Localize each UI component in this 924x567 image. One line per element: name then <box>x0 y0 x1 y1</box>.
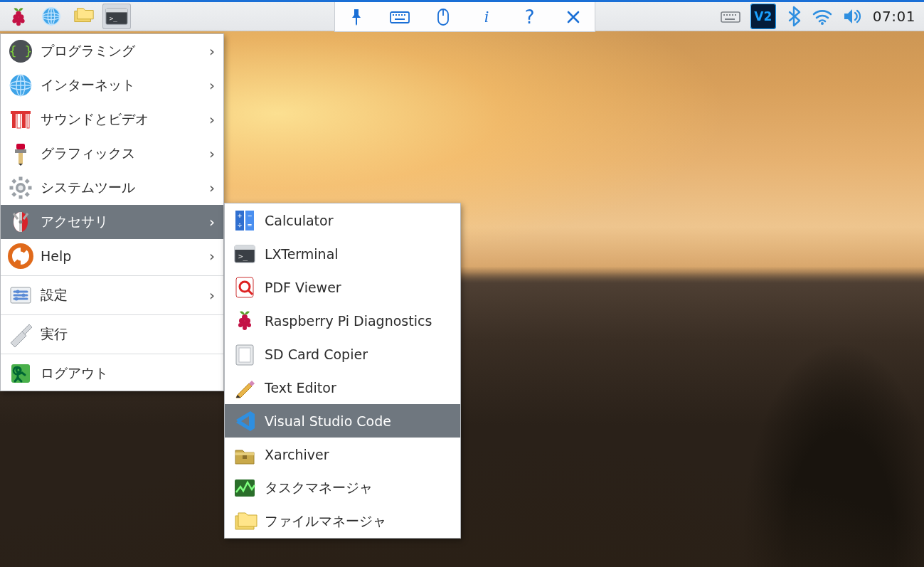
submenu-item-xarchiver[interactable]: Xarchiver <box>225 438 460 471</box>
svg-rect-26 <box>395 14 397 16</box>
menu-item-help[interactable]: Help <box>1 239 223 273</box>
svg-point-91 <box>243 326 247 330</box>
submenu-item-label: LXTerminal <box>265 246 339 262</box>
submenu-item-label: Visual Studio Code <box>265 413 391 429</box>
svg-rect-94 <box>235 452 254 455</box>
terminal-launcher[interactable]: >_ <box>102 4 131 29</box>
svg-text:−: − <box>248 212 252 220</box>
svg-point-70 <box>15 297 18 301</box>
svg-point-61 <box>19 221 23 224</box>
run-icon <box>6 320 35 349</box>
graphics-icon <box>6 139 35 168</box>
vscode-icon <box>230 407 259 435</box>
submenu-item-label: タスクマネージャ <box>265 479 373 497</box>
submenu-item-taskmgr[interactable]: タスクマネージャ <box>225 471 460 504</box>
systemtools-icon <box>6 174 35 202</box>
svg-rect-22 <box>725 18 735 20</box>
svg-rect-53 <box>10 186 14 190</box>
submenu-item-lxterminal[interactable]: >_LXTerminal <box>225 237 460 270</box>
menu-item-soundvideo[interactable]: サウンドとビデオ <box>1 102 223 137</box>
svg-rect-27 <box>398 14 400 16</box>
taskmgr-icon <box>230 474 259 502</box>
vnc-keyboard-button[interactable] <box>386 3 414 31</box>
svg-rect-25 <box>393 14 394 16</box>
filemgr-icon <box>230 507 259 536</box>
svg-rect-51 <box>19 196 23 199</box>
taskbar-clock[interactable]: 07:01 <box>873 8 915 25</box>
submenu-item-rpidiag[interactable]: Raspberry Pi Diagnostics <box>225 304 460 337</box>
wifi-tray-icon[interactable] <box>812 8 833 25</box>
bluetooth-tray-icon[interactable] <box>786 6 802 27</box>
menu-item-label: アクセサリ <box>41 213 108 231</box>
vnc-close-button[interactable] <box>559 3 588 31</box>
menu-item-internet[interactable]: インターネット <box>1 68 223 102</box>
browser-launcher[interactable] <box>37 4 65 29</box>
svg-rect-41 <box>17 112 21 128</box>
vnc-pin-button[interactable] <box>342 3 371 31</box>
sdcopier-icon <box>230 340 259 369</box>
rpidiag-icon <box>230 307 259 335</box>
vnc-mouse-button[interactable] <box>429 3 457 31</box>
menu-separator <box>1 354 223 354</box>
menu-separator <box>1 275 223 276</box>
volume-tray-icon[interactable] <box>843 8 863 25</box>
svg-point-68 <box>16 290 20 294</box>
pin-icon <box>349 9 363 26</box>
svg-rect-19 <box>729 14 731 16</box>
svg-point-69 <box>22 294 26 297</box>
vnc-info-button[interactable]: i <box>472 3 501 31</box>
vnc-tray-icon[interactable]: V2 <box>750 4 776 29</box>
menu-item-label: サウンドとビデオ <box>41 110 149 129</box>
svg-point-2 <box>16 11 21 17</box>
menu-item-label: ログアウト <box>41 364 108 383</box>
menu-item-label: グラフィックス <box>41 144 135 163</box>
menu-item-run[interactable]: 実行 <box>1 317 223 351</box>
menu-item-programming[interactable]: { }プログラミング <box>1 34 223 68</box>
keyboard-tray-icon[interactable] <box>721 9 740 23</box>
menu-item-preferences[interactable]: 設定 <box>1 278 223 312</box>
svg-rect-18 <box>726 14 728 16</box>
svg-rect-16 <box>721 12 740 22</box>
submenu-item-label: PDF Viewer <box>265 280 341 295</box>
menu-item-logout[interactable]: ログアウト <box>1 356 223 391</box>
submenu-item-label: Text Editor <box>265 380 336 396</box>
svg-point-6 <box>16 21 21 26</box>
submenu-item-label: SD Card Copier <box>265 346 368 362</box>
start-menu-button[interactable] <box>4 4 33 29</box>
soundvideo-icon <box>6 105 35 134</box>
svg-point-23 <box>821 22 824 25</box>
mouse-icon <box>437 8 450 26</box>
svg-rect-93 <box>239 348 250 362</box>
submenu-item-texteditor[interactable]: Text Editor <box>225 371 460 404</box>
svg-point-90 <box>247 323 251 327</box>
svg-rect-46 <box>15 149 26 153</box>
accessories-submenu: +−÷=Calculator>_LXTerminalPDF ViewerRasp… <box>224 203 461 539</box>
svg-rect-45 <box>16 144 25 149</box>
svg-rect-40 <box>12 112 16 128</box>
submenu-item-label: Xarchiver <box>265 447 329 462</box>
svg-rect-29 <box>404 14 405 16</box>
submenu-item-calculator[interactable]: +−÷=Calculator <box>225 203 460 237</box>
svg-point-5 <box>21 19 25 23</box>
submenu-item-sdcopier[interactable]: SD Card Copier <box>225 337 460 371</box>
menu-item-graphics[interactable]: グラフィックス <box>1 137 223 171</box>
submenu-item-pdfviewer[interactable]: PDF Viewer <box>225 270 460 304</box>
menu-item-label: インターネット <box>41 76 135 95</box>
svg-text:{ }: { } <box>9 43 33 58</box>
vnc-help-button[interactable]: ? <box>516 3 544 31</box>
svg-rect-95 <box>243 455 247 459</box>
submenu-item-vscode[interactable]: Visual Studio Code <box>225 404 460 438</box>
submenu-item-filemgr[interactable]: ファイルマネージャ <box>225 504 460 538</box>
svg-text:>_: >_ <box>110 14 118 22</box>
filemanager-launcher[interactable] <box>70 4 98 29</box>
submenu-item-label: Raspberry Pi Diagnostics <box>265 313 432 329</box>
svg-text:>_: >_ <box>238 252 248 261</box>
help-icon: ? <box>525 6 535 28</box>
menu-item-label: Help <box>41 248 71 264</box>
terminal-icon: >_ <box>105 7 128 26</box>
menu-item-accessories[interactable]: アクセサリ <box>1 205 223 239</box>
keyboard-icon <box>390 10 410 24</box>
svg-rect-20 <box>732 14 733 16</box>
menu-item-systemtools[interactable]: システムツール <box>1 171 223 205</box>
submenu-item-label: ファイルマネージャ <box>265 512 386 531</box>
